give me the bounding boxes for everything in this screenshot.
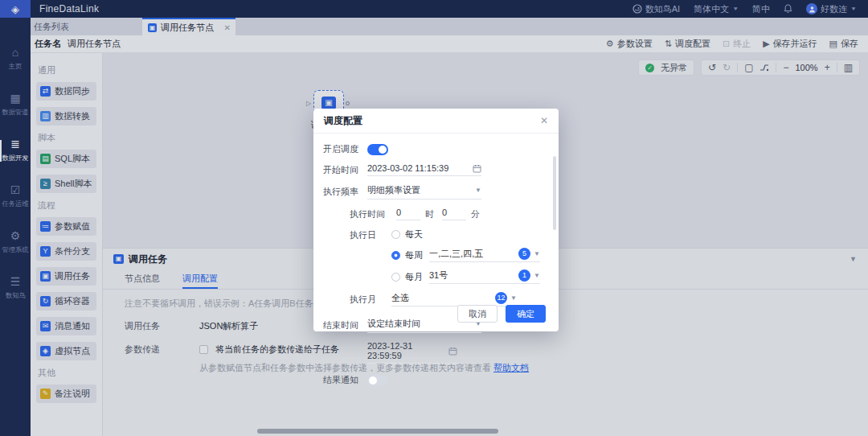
- start-time-row: 开始时间 2023-03-02 11:15:39: [323, 163, 546, 176]
- hour-input[interactable]: 0: [396, 208, 420, 220]
- count-badge: 1: [518, 269, 530, 282]
- calendar-icon[interactable]: [448, 347, 457, 356]
- daily-option: 每天: [391, 228, 540, 241]
- chevron-down-icon: ▼: [510, 294, 517, 302]
- enable-schedule-row: 开启调度: [323, 143, 546, 155]
- monthly-option: 每月 31号 1 ▼: [391, 269, 540, 284]
- cancel-button[interactable]: 取消: [457, 305, 497, 323]
- weekly-option: 每周 一,二,三,四,五 5 ▼: [391, 248, 540, 262]
- end-time-value-row: 2023-12-31 23:59:59: [323, 341, 546, 364]
- modal-scrollbar[interactable]: [553, 156, 556, 230]
- chevron-down-icon: ▼: [534, 250, 540, 257]
- exec-day-row: 执行日 每天 每周 一,二,三,四,五 5 ▼: [350, 228, 546, 284]
- minute-input[interactable]: 0: [442, 208, 466, 220]
- dialog-footer: 取消 确定: [457, 305, 546, 323]
- result-notify-toggle[interactable]: [367, 375, 388, 386]
- enable-schedule-toggle[interactable]: [367, 144, 388, 155]
- daily-radio[interactable]: [391, 230, 400, 239]
- monthly-radio[interactable]: [391, 273, 400, 282]
- result-notify-row: 结果通知: [323, 374, 546, 386]
- end-time-input[interactable]: 2023-12-31 23:59:59: [367, 341, 457, 364]
- frequency-row: 执行频率 明细频率设置 ▼: [323, 184, 546, 199]
- schedule-config-dialog: 调度配置 ✕ 开启调度 开始时间 2023-03-02 11:15:39 执行频…: [313, 109, 559, 331]
- monthly-days-select[interactable]: 31号 1 ▼: [429, 269, 540, 284]
- count-badge: 12: [495, 292, 507, 304]
- ok-button[interactable]: 确定: [506, 305, 546, 323]
- calendar-icon[interactable]: [473, 164, 481, 173]
- frequency-select[interactable]: 明细频率设置 ▼: [367, 184, 481, 199]
- chevron-down-icon: ▼: [475, 187, 481, 194]
- count-badge: 5: [518, 248, 530, 260]
- dialog-title: 调度配置: [324, 114, 362, 128]
- close-icon[interactable]: ✕: [540, 115, 548, 126]
- dialog-body: 开启调度 开始时间 2023-03-02 11:15:39 执行频率 明细频率设…: [313, 134, 559, 386]
- start-time-input[interactable]: 2023-03-02 11:15:39: [367, 163, 481, 176]
- exec-time-row: 执行时间 0 时 0 分: [350, 208, 546, 220]
- dialog-header: 调度配置 ✕: [313, 109, 559, 134]
- weekly-radio[interactable]: [391, 251, 400, 260]
- weekly-days-select[interactable]: 一,二,三,四,五 5 ▼: [429, 248, 540, 262]
- chevron-down-icon: ▼: [534, 272, 540, 279]
- app-window: ◈ FineDataLink 数知鸟AI 简体中文 ▼ 简中 好数连: [0, 0, 868, 436]
